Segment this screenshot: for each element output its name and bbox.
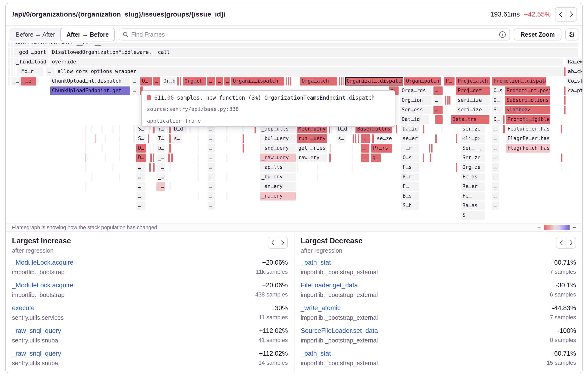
flame-frame[interactable]: _… bbox=[157, 154, 165, 162]
flame-frame-sliver[interactable] bbox=[153, 144, 154, 153]
flame-frame[interactable]: Orga…atch bbox=[300, 77, 337, 86]
flame-frame[interactable]: Fe… bbox=[461, 192, 485, 200]
flame-frame[interactable]: FlagrFe…er.has bbox=[506, 134, 550, 143]
flame-frame[interactable]: Org…ch bbox=[183, 77, 206, 86]
flame-frame[interactable]: _bul…uery bbox=[260, 134, 296, 143]
flame-frame[interactable]: … bbox=[216, 77, 223, 86]
flame-frame[interactable]: Re…er bbox=[461, 182, 485, 191]
flame-frame-sliver[interactable] bbox=[11, 43, 13, 47]
flame-frame-sliver[interactable] bbox=[456, 134, 457, 143]
flame-frame[interactable]: … bbox=[208, 201, 215, 210]
flame-frame-sliver[interactable] bbox=[119, 173, 120, 181]
flame-frame-sliver[interactable] bbox=[11, 67, 13, 76]
flame-frame[interactable]: … bbox=[492, 201, 499, 210]
flame-frame[interactable]: … bbox=[208, 192, 215, 200]
flame-frame[interactable]: Da…id bbox=[401, 125, 419, 133]
flame-frame[interactable]: F… bbox=[401, 182, 419, 191]
flame-frame[interactable]: se…er bbox=[401, 134, 419, 143]
flame-frame[interactable]: O…s bbox=[401, 154, 419, 162]
flame-frame[interactable]: … bbox=[208, 163, 215, 172]
flame-frame[interactable]: R…r bbox=[401, 173, 419, 181]
flame-frame[interactable]: _ap…lts bbox=[260, 163, 296, 172]
flame-frame-sliver[interactable] bbox=[226, 154, 228, 162]
flame-frame-sliver[interactable] bbox=[564, 87, 566, 95]
flame-frame-sliver[interactable] bbox=[329, 154, 331, 162]
flame-frame[interactable]: … bbox=[492, 144, 499, 153]
flame-frame-sliver[interactable] bbox=[286, 77, 287, 86]
flame-frame[interactable]: ChunkUploadEndpoint.get bbox=[50, 87, 130, 95]
flame-frame-sliver[interactable] bbox=[8, 77, 10, 86]
reset-zoom-button[interactable]: Reset Zoom bbox=[514, 29, 561, 41]
flame-frame[interactable]: allow_cors_options_wrapper bbox=[56, 67, 563, 76]
flame-frame[interactable]: RateLimitMiddleware.__call__ bbox=[14, 43, 578, 47]
flame-frame-sliver[interactable] bbox=[91, 125, 93, 133]
flame-frame[interactable]: ChunkUpload…nt.dispatch bbox=[50, 77, 130, 86]
flame-frame-sliver[interactable] bbox=[177, 77, 179, 86]
decrease-prev-button[interactable] bbox=[556, 237, 566, 248]
flame-frame-sliver[interactable] bbox=[101, 125, 103, 133]
flame-frame[interactable]: D… bbox=[136, 144, 146, 153]
flame-frame[interactable]: _bu…ery bbox=[260, 173, 296, 181]
flame-frame[interactable]: Sen…ess bbox=[400, 106, 431, 114]
flame-frame[interactable]: … bbox=[433, 106, 442, 114]
find-frames-search[interactable]: i bbox=[119, 29, 510, 41]
flame-frame[interactable]: … bbox=[224, 77, 230, 86]
flame-frame[interactable]: Organizat….dispatch bbox=[345, 77, 403, 86]
flame-frame[interactable]: DisallowedOrganizationMiddleware.__call_… bbox=[50, 48, 578, 57]
flame-frame[interactable]: Organ…patch bbox=[404, 77, 441, 86]
flame-frame-sliver[interactable] bbox=[168, 154, 170, 162]
flame-frame[interactable]: … bbox=[136, 182, 146, 191]
flame-frame[interactable]: s… bbox=[172, 134, 182, 143]
flame-frame[interactable]: _gcd_…port bbox=[14, 48, 48, 57]
flame-frame[interactable]: ca…pt bbox=[566, 87, 582, 95]
flame-frame[interactable]: … bbox=[492, 154, 499, 162]
flame-frame-sliver[interactable] bbox=[149, 163, 151, 172]
flame-frame-sliver[interactable] bbox=[429, 144, 430, 153]
flame-frame-sliver[interactable] bbox=[85, 163, 86, 172]
flame-frame-sliver[interactable] bbox=[449, 96, 451, 105]
flame-frame-sliver[interactable] bbox=[330, 144, 331, 153]
flame-frame-sliver[interactable] bbox=[85, 125, 86, 133]
flame-frame-sliver[interactable] bbox=[339, 77, 340, 86]
flame-frame-sliver[interactable] bbox=[445, 96, 446, 105]
before-after-tab[interactable]: Before → After bbox=[10, 29, 61, 41]
flame-frame[interactable]: raw…ery bbox=[297, 154, 327, 162]
flame-frame[interactable]: … bbox=[136, 192, 146, 200]
flame-frame[interactable]: seri…ize bbox=[456, 106, 490, 114]
flame-frame-sliver[interactable] bbox=[561, 154, 562, 162]
flame-frame-sliver[interactable] bbox=[435, 134, 437, 143]
flame-frame[interactable]: … bbox=[132, 87, 139, 95]
info-icon[interactable]: i bbox=[499, 31, 506, 38]
flame-frame[interactable]: _Mo…r__ bbox=[17, 67, 43, 76]
flame-frame-sliver[interactable] bbox=[133, 134, 135, 143]
flame-frame[interactable]: … bbox=[46, 67, 54, 76]
flame-frame[interactable]: Ra…ew bbox=[566, 58, 582, 66]
function-link[interactable]: SourceFileLoader.set_data bbox=[301, 327, 378, 335]
flame-frame-sliver[interactable] bbox=[561, 125, 562, 133]
flame-frame[interactable]: S…h bbox=[401, 201, 419, 210]
flame-frame-sliver[interactable] bbox=[8, 48, 10, 57]
flame-frame[interactable]: Ba…as bbox=[461, 201, 485, 210]
flame-frame[interactable]: ser…ze bbox=[461, 125, 485, 133]
flame-frame[interactable]: FlagrFe…ch_has bbox=[506, 144, 550, 153]
flame-frame-sliver[interactable] bbox=[37, 77, 39, 86]
flame-frame-sliver[interactable] bbox=[423, 125, 424, 133]
after-before-tab[interactable]: After → Before bbox=[60, 28, 115, 41]
flame-frame-sliver[interactable] bbox=[358, 134, 359, 143]
flame-frame[interactable]: Org…ze bbox=[461, 163, 485, 172]
flame-frame-sliver[interactable] bbox=[150, 144, 151, 153]
flame-frame-sliver[interactable] bbox=[133, 125, 135, 133]
flame-frame[interactable]: … bbox=[208, 173, 215, 181]
flame-frame-sliver[interactable] bbox=[112, 163, 114, 172]
flame-frame-sliver[interactable] bbox=[85, 144, 86, 153]
flame-frame[interactable]: _sn…ery bbox=[260, 182, 296, 191]
flamegraph-canvas[interactable]: S……S…hBa…as………_ra…eryB…sFe………_……_sn…eryF… bbox=[6, 43, 582, 223]
flame-frame-sliver[interactable] bbox=[11, 48, 13, 57]
flame-frame[interactable]: O…s bbox=[492, 87, 503, 95]
flame-frame-sliver[interactable] bbox=[352, 144, 353, 153]
flame-frame-sliver[interactable] bbox=[8, 43, 10, 47]
flame-frame[interactable]: … bbox=[433, 87, 442, 95]
flame-frame-sliver[interactable] bbox=[148, 134, 149, 143]
flame-frame[interactable]: … bbox=[361, 144, 369, 153]
function-link[interactable]: _raw_snql_query bbox=[12, 350, 61, 357]
